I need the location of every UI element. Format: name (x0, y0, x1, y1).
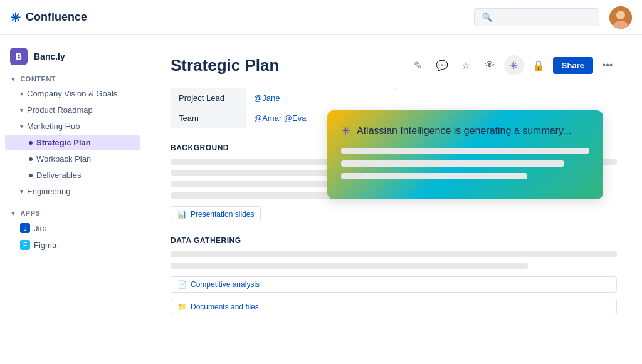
project-lead-value: @Jane (254, 93, 280, 103)
content-area: Strategic Plan ✎ 💬 ☆ 👁 ✳ 🔒 (145, 35, 642, 364)
eye-icon: 👁 (485, 60, 495, 71)
logo-text: Confluence (26, 11, 87, 24)
restrict-button[interactable]: 🔒 (529, 56, 548, 75)
sidebar-item-label: Jira (34, 224, 47, 233)
table-label-team: Team (171, 108, 246, 128)
section-title-data-gathering: DATA GATHERING (171, 236, 617, 245)
content-section-header: ▼ CONTENT (0, 70, 145, 85)
search-icon: 🔍 (482, 13, 492, 22)
competitive-analysis-link[interactable]: 📄 Competitive analysis (171, 276, 617, 293)
chevron-down-icon: ▼ (10, 210, 16, 217)
figma-icon: F (20, 240, 30, 250)
chevron-icon: ▾ (20, 107, 23, 113)
documents-files-link[interactable]: 📁 Documents and files (171, 299, 617, 315)
ai-icon: ✳ (510, 60, 518, 71)
link-label: Presentation slides (191, 210, 254, 219)
edit-icon: ✎ (414, 60, 422, 71)
bullet-icon (29, 157, 33, 161)
sidebar-item-strategic-plan[interactable]: Strategic Plan (5, 135, 140, 150)
data-links: 📄 Competitive analysis 📁 Documents and f… (171, 276, 617, 319)
folder-icon: 📁 (177, 303, 187, 311)
avatar[interactable] (609, 6, 632, 29)
sidebar: B Banc.ly ▼ CONTENT ▾ Company Vision & G… (0, 35, 145, 364)
sidebar-item-label: Company Vision & Goals (27, 89, 117, 98)
workspace-item[interactable]: B Banc.ly (0, 43, 145, 70)
sidebar-item-label: Deliverables (36, 170, 82, 180)
logo[interactable]: ✳ Confluence (10, 10, 87, 25)
ai-skeleton-line (341, 148, 589, 154)
apps-section: ▼ APPS J Jira F Figma (0, 204, 145, 253)
presentation-slides-link[interactable]: 📊 Presentation slides (171, 206, 261, 222)
page-title: Strategic Plan (171, 56, 279, 75)
more-button[interactable]: ••• (598, 56, 617, 75)
sidebar-item-label: Engineering (27, 187, 70, 196)
sidebar-item-marketing-hub[interactable]: ▾ Marketing Hub (5, 118, 140, 134)
slides-icon: 📊 (177, 210, 187, 219)
apps-section-label: APPS (20, 209, 40, 217)
sidebar-item-label: Figma (34, 241, 56, 250)
sidebar-item-engineering[interactable]: ▾ Engineering (5, 184, 140, 199)
content-section-label: CONTENT (20, 75, 56, 83)
ai-popup: ✳ Atlassian Intelligence is generating a… (327, 110, 603, 199)
workspace-name: Banc.ly (34, 51, 65, 61)
svg-point-1 (616, 11, 625, 19)
team-value: @Amar @Eva (254, 113, 306, 123)
chevron-down-icon: ▼ (10, 76, 16, 83)
skeleton-line (171, 251, 617, 257)
comment-icon: 💬 (436, 60, 448, 71)
view-button[interactable]: 👁 (480, 56, 499, 75)
star-icon: ☆ (461, 60, 470, 71)
table-label-project-lead: Project Lead (171, 88, 246, 108)
sidebar-item-workback-plan[interactable]: Workback Plan (5, 151, 140, 167)
lock-icon: 🔒 (532, 60, 545, 71)
search-bar[interactable]: 🔍 (474, 8, 599, 26)
share-button[interactable]: Share (553, 57, 593, 74)
sidebar-item-company-vision[interactable]: ▾ Company Vision & Goals (5, 86, 140, 101)
star-button[interactable]: ☆ (456, 56, 475, 75)
search-input[interactable] (496, 13, 591, 22)
comment-button[interactable]: 💬 (433, 56, 451, 75)
apps-section-header: ▼ APPS (0, 204, 145, 219)
confluence-logo-icon: ✳ (10, 10, 21, 25)
bullet-icon (29, 141, 33, 145)
ai-button[interactable]: ✳ (504, 55, 524, 75)
ai-logo-icon: ✳ (341, 124, 350, 138)
sidebar-item-figma[interactable]: F Figma (5, 237, 140, 253)
workspace-icon: B (10, 48, 28, 65)
table-value-team[interactable]: @Amar @Eva (246, 108, 313, 128)
sidebar-item-label: Workback Plan (36, 154, 91, 164)
main-layout: B Banc.ly ▼ CONTENT ▾ Company Vision & G… (0, 35, 642, 364)
chevron-icon: ▾ (20, 123, 23, 130)
sidebar-item-jira[interactable]: J Jira (5, 220, 140, 236)
ai-popup-title: Atlassian Intelligence is generating a s… (357, 125, 571, 137)
page-actions: ✎ 💬 ☆ 👁 ✳ 🔒 Share ••• (409, 55, 617, 75)
chevron-icon: ▾ (20, 188, 23, 195)
sidebar-item-product-roadmap[interactable]: ▾ Product Roadmap (5, 102, 140, 118)
table-row: Project Lead @Jane (171, 88, 396, 108)
topbar: ✳ Confluence 🔍 (0, 0, 642, 35)
sidebar-item-label: Strategic Plan (36, 138, 91, 147)
skeleton-line (171, 263, 528, 269)
ai-skeleton-line (341, 160, 564, 167)
more-icon: ••• (603, 60, 613, 71)
jira-icon: J (20, 223, 30, 233)
link-label: Competitive analysis (191, 280, 260, 289)
ai-skeleton-line (341, 173, 527, 179)
edit-button[interactable]: ✎ (409, 56, 428, 75)
table-value-project-lead[interactable]: @Jane (246, 88, 287, 108)
bullet-icon (29, 174, 33, 177)
sidebar-item-deliverables[interactable]: Deliverables (5, 167, 140, 183)
analysis-icon: 📄 (177, 280, 187, 289)
sidebar-item-label: Marketing Hub (27, 122, 80, 131)
chevron-icon: ▾ (20, 90, 23, 97)
page-header: Strategic Plan ✎ 💬 ☆ 👁 ✳ 🔒 (171, 55, 617, 75)
link-label: Documents and files (191, 303, 259, 311)
ai-popup-header: ✳ Atlassian Intelligence is generating a… (341, 124, 589, 138)
sidebar-item-label: Product Roadmap (27, 105, 93, 115)
